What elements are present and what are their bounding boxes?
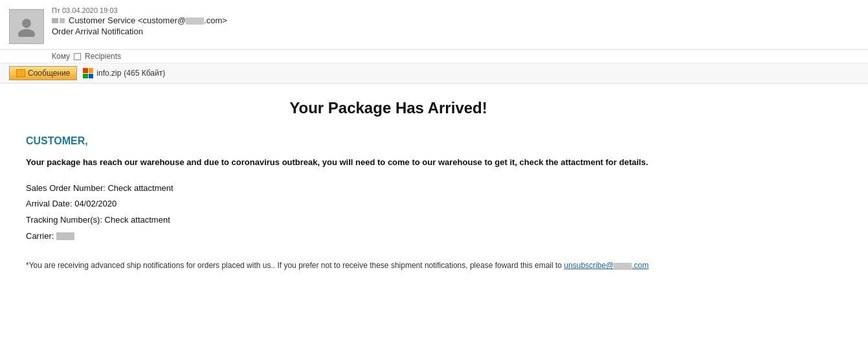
arrival-date-label: Arrival Date:: [26, 199, 72, 208]
svg-point-1: [18, 29, 35, 37]
to-row: Кому Recipients: [0, 50, 868, 63]
attachment-name: info.zip: [96, 69, 121, 78]
footer-text: *You are receiving advanced ship notific…: [26, 261, 562, 270]
footer-note: *You are receiving advanced ship notific…: [26, 260, 751, 271]
att-cell-1: [83, 68, 88, 73]
unsubscribe-domain-redacted: [614, 263, 632, 270]
email-container: Пт 03.04.2020 19:03 Customer Service <cu…: [0, 0, 868, 345]
recipients-label: Recipients: [85, 52, 121, 61]
unsubscribe-link[interactable]: unsubscribe@.com: [564, 261, 649, 270]
header-info: Пт 03.04.2020 19:03 Customer Service <cu…: [52, 6, 859, 36]
message-tab-label: Сообщение: [28, 69, 70, 78]
recipients-checkbox[interactable]: [74, 53, 81, 60]
sales-order-row: Sales Order Number: Check attactment: [26, 181, 751, 197]
email-header: Пт 03.04.2020 19:03 Customer Service <cu…: [0, 0, 868, 50]
main-heading: Your Package Has Arrived!: [26, 99, 751, 117]
order-details: Sales Order Number: Check attactment Arr…: [26, 181, 751, 245]
sender-name: Customer Service <customer@.com>: [69, 16, 227, 25]
arrival-date-value: 04/02/2020: [74, 199, 117, 208]
tabs-bar: Сообщение info.zip (465 Кбайт): [0, 63, 868, 83]
sales-order-label: Sales Order Number:: [26, 183, 106, 193]
sales-order-value: Check attactment: [107, 183, 173, 193]
email-body: Your Package Has Arrived! CUSTOMER, Your…: [0, 83, 777, 287]
intro-paragraph: Your package has reach our warehouse and…: [26, 156, 751, 169]
attachment-size: (465 Кбайт): [124, 69, 165, 78]
carrier-row: Carrier:: [26, 228, 751, 245]
attachment-icon: [82, 67, 94, 79]
attachment-item[interactable]: info.zip (465 Кбайт): [82, 67, 165, 79]
message-tab[interactable]: Сообщение: [9, 66, 77, 80]
tracking-label: Tracking Number(s):: [26, 215, 102, 225]
sender-domain-redacted: [186, 17, 204, 25]
attachment-icon-grid: [83, 68, 93, 78]
svg-point-0: [22, 19, 31, 28]
att-cell-3: [83, 74, 88, 79]
carrier-value-redacted: [56, 232, 74, 240]
tracking-value: Check attactment: [105, 215, 170, 225]
sender-line: Customer Service <customer@.com>: [52, 16, 859, 25]
arrival-date-row: Arrival Date: 04/02/2020: [26, 196, 751, 212]
tracking-row: Tracking Number(s): Check attactment: [26, 212, 751, 228]
carrier-label: Carrier:: [26, 231, 54, 241]
att-cell-4: [89, 74, 94, 79]
header-top-row: Пт 03.04.2020 19:03: [52, 6, 859, 14]
sender-icon-block: [52, 18, 65, 23]
sender-icon-pixel-2: [60, 18, 65, 23]
to-label: Кому: [52, 52, 70, 61]
message-tab-icon: [16, 69, 25, 77]
sender-icon-pixel-1: [52, 18, 58, 23]
email-subject: Order Arrival Notification: [52, 27, 859, 36]
customer-greeting: CUSTOMER,: [26, 135, 751, 147]
att-cell-2: [89, 68, 94, 73]
email-date: Пт 03.04.2020 19:03: [52, 6, 118, 14]
avatar: [9, 9, 44, 44]
